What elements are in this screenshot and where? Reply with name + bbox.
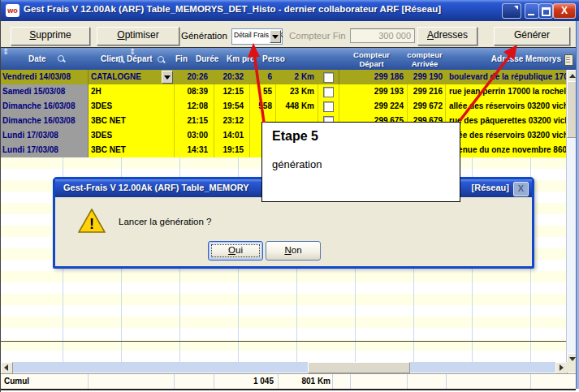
table-header: ⇕ Date Client ⇕ Départ Fin Durée Km pro … <box>1 47 576 71</box>
cell-adresse: boulevard de la république 170 <box>445 70 570 84</box>
cell-date: Dimanche 16/03/08 <box>1 99 89 114</box>
cell-date: Samedi 15/03/08 <box>1 84 89 99</box>
cell-duree: 6 <box>249 70 276 84</box>
close-button[interactable]: X <box>553 3 576 19</box>
col-header-compteur-arrivee[interactable]: compteurArrivée <box>405 50 444 68</box>
maximize-icon <box>542 7 551 16</box>
cell-fin: 19:54 <box>214 99 250 114</box>
col-header-depart[interactable]: Départ <box>127 48 153 71</box>
col-header-date[interactable]: Date <box>28 48 46 71</box>
toolbar: Supprime Optimiser Génération Détail Fra… <box>1 21 579 48</box>
window-right-border <box>576 21 579 389</box>
duree-total: 1 045 <box>233 374 274 389</box>
cell-km: 23 Km <box>275 84 318 99</box>
generation-label: Génération <box>181 31 227 41</box>
window-menu-button[interactable] <box>502 3 521 19</box>
col-header-adresse[interactable]: Adresse Memorys <box>456 48 561 71</box>
arrow-left-icon <box>4 364 8 371</box>
cumul-label: Cumul <box>4 374 29 389</box>
cell-adresse: rue jean perrin 17000 la rochelle <box>445 84 570 99</box>
cell-compteur-depart: 299 224 <box>339 99 408 114</box>
cell-depart: 21:15 <box>174 114 214 128</box>
chevron-down-icon[interactable] <box>162 71 173 84</box>
col-header-km-pro[interactable]: Km pro <box>227 48 255 71</box>
grid-end-line <box>1 341 566 342</box>
cell-client: 3BC NET <box>89 143 175 157</box>
table-row[interactable]: Samedi 15/03/08 2H 08:39 12:15 55 23 Km … <box>1 84 566 99</box>
tutorial-callout: Etape 5 génération <box>261 122 460 202</box>
cell-date: Lundi 17/03/08 <box>1 143 89 157</box>
cell-adresse: avenue du onze novembre 860 <box>445 143 570 157</box>
cell-perso <box>318 84 339 99</box>
cell-depart: 20:26 <box>174 70 214 84</box>
callout-step-title: Etape 5 <box>272 129 318 144</box>
arrow-right-icon <box>560 364 564 371</box>
cell-fin: 12:15 <box>214 84 250 99</box>
cell-km: 2 Km <box>275 70 318 84</box>
search-icon[interactable] <box>58 55 66 63</box>
dialog-title: Gest-Frais V 12.00Ak (ARF) Table_MEMORY <box>63 183 249 192</box>
scroll-left-button[interactable] <box>1 362 13 374</box>
minimize-button[interactable] <box>525 3 539 19</box>
cell-compteur-arrivee: 299 190 <box>407 70 446 84</box>
svg-text:!: ! <box>89 216 94 232</box>
col-header-compteur-depart[interactable]: CompteurDépart <box>339 50 404 68</box>
cell-fin: 19:15 <box>214 143 250 157</box>
cell-depart: 08:39 <box>174 84 214 99</box>
col-header-fin[interactable]: Fin <box>175 48 188 71</box>
table-row-selected[interactable]: Vendredi 14/03/08 CATALOGNE 20:26 20:32 … <box>1 70 566 84</box>
cell-client: 3DES <box>89 128 175 143</box>
cell-perso <box>318 99 339 114</box>
cell-compteur-arrivee: 299 672 <box>407 99 446 114</box>
totals-row: Cumul 1 045 801 Km <box>1 373 576 390</box>
app-window: wo Gest Frais V 12.00Ak (ARF) Table_MEMO… <box>0 0 579 392</box>
scrollbar-corner <box>566 362 576 373</box>
search-icon[interactable] <box>117 56 125 64</box>
cell-client[interactable]: CATALOGNE <box>89 70 175 84</box>
horizontal-scrollbar[interactable] <box>1 362 566 373</box>
cell-client: 2H <box>89 84 175 99</box>
arrow-down-icon <box>569 357 576 361</box>
oui-button[interactable]: Oui <box>208 241 263 261</box>
generer-button[interactable]: Générer <box>494 27 570 45</box>
perso-checkbox[interactable] <box>323 72 334 83</box>
supprime-button[interactable]: Supprime <box>11 27 90 45</box>
table-row[interactable]: Dimanche 16/03/08 3DES 12:08 19:54 558 4… <box>1 99 566 114</box>
cell-date: Vendredi 14/03/08 <box>1 70 89 84</box>
dialog-close-button[interactable]: X <box>513 182 529 196</box>
cell-date: Lundi 17/03/08 <box>1 128 89 143</box>
menu-glyph-icon <box>514 6 518 10</box>
callout-step-text: génération <box>272 158 322 170</box>
cell-duree: 55 <box>249 84 276 99</box>
km-total: 801 Km <box>283 374 331 389</box>
app-icon: wo <box>6 4 19 17</box>
horizontal-scroll-thumb[interactable] <box>308 362 410 373</box>
compteur-fin-label: Compteur Fin <box>289 31 346 41</box>
compteur-fin-input[interactable]: 300 000 <box>350 28 415 43</box>
card-icon[interactable] <box>564 54 573 66</box>
cell-compteur-arrivee: 299 216 <box>407 84 446 99</box>
cell-km: 448 Km <box>275 99 318 114</box>
cell-perso <box>318 70 339 84</box>
search-icon[interactable] <box>158 56 166 64</box>
sort-icon[interactable]: ⇕ <box>2 47 9 56</box>
perso-checkbox[interactable] <box>323 101 334 112</box>
perso-checkbox[interactable] <box>323 87 334 97</box>
col-header-duree[interactable]: Durée <box>196 48 218 71</box>
cell-depart: 14:31 <box>174 143 214 157</box>
adresses-button[interactable]: Adresses <box>417 27 477 45</box>
cell-adresse: allée des réservoirs 03200 vichy <box>445 128 570 143</box>
minimize-icon <box>528 14 534 15</box>
cell-client: 3DES <box>89 99 175 114</box>
generation-combobox[interactable]: Détail Frais + IK <box>231 28 283 45</box>
cell-compteur-depart: 299 186 <box>339 70 408 84</box>
optimiser-button[interactable]: Optimiser <box>97 27 179 45</box>
cell-duree: 558 <box>249 99 276 114</box>
chevron-down-icon[interactable] <box>270 30 281 43</box>
cell-depart: 12:08 <box>174 99 214 114</box>
cell-adresse: rue des pâquerettes 03200 vichy <box>445 114 570 128</box>
non-button[interactable]: Non <box>266 241 321 261</box>
window-title: Gest Frais V 12.00Ak (ARF) Table_MEMORYS… <box>24 4 441 14</box>
col-header-perso[interactable]: Perso <box>262 48 285 71</box>
maximize-button[interactable] <box>538 3 553 19</box>
